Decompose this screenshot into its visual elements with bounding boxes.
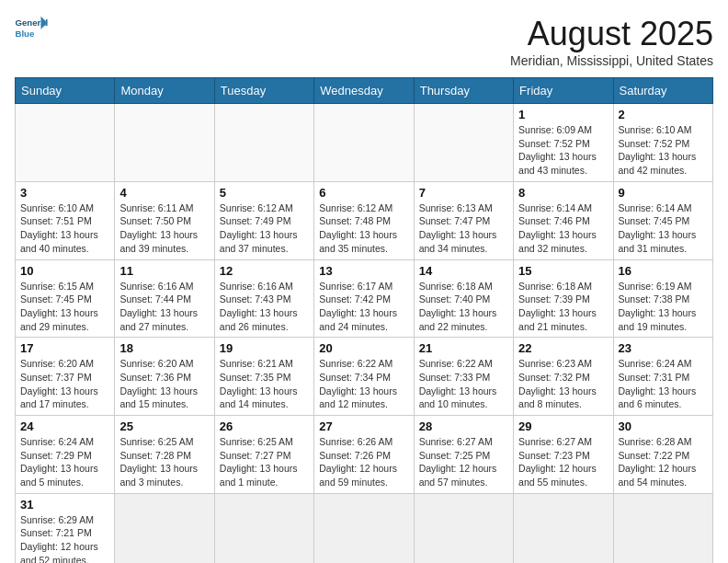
weekday-header-tuesday: Tuesday <box>214 78 313 104</box>
calendar-day-cell: 29Sunrise: 6:27 AM Sunset: 7:23 PM Dayli… <box>514 416 613 494</box>
calendar-day-cell: 23Sunrise: 6:24 AM Sunset: 7:31 PM Dayli… <box>613 338 712 416</box>
day-number: 11 <box>119 264 209 278</box>
day-number: 20 <box>319 341 408 355</box>
calendar-week-row: 1Sunrise: 6:09 AM Sunset: 7:52 PM Daylig… <box>16 104 713 182</box>
calendar-day-cell: 28Sunrise: 6:27 AM Sunset: 7:25 PM Dayli… <box>414 416 513 494</box>
day-number: 19 <box>220 341 309 355</box>
day-info: Sunrise: 6:18 AM Sunset: 7:40 PM Dayligh… <box>419 280 508 334</box>
day-info: Sunrise: 6:09 AM Sunset: 7:52 PM Dayligh… <box>518 123 608 178</box>
weekday-header-sunday: Sunday <box>16 78 115 104</box>
day-info: Sunrise: 6:24 AM Sunset: 7:31 PM Dayligh… <box>619 357 708 411</box>
calendar-day-cell: 4Sunrise: 6:11 AM Sunset: 7:50 PM Daylig… <box>115 181 214 259</box>
day-number: 2 <box>619 108 708 121</box>
location-subtitle: Meridian, Mississippi, United States <box>510 53 713 68</box>
day-number: 6 <box>319 186 408 200</box>
day-number: 1 <box>518 108 608 121</box>
calendar-day-cell: 11Sunrise: 6:16 AM Sunset: 7:44 PM Dayli… <box>115 259 214 338</box>
calendar-day-cell: 18Sunrise: 6:20 AM Sunset: 7:36 PM Dayli… <box>115 338 214 416</box>
day-info: Sunrise: 6:25 AM Sunset: 7:28 PM Dayligh… <box>119 435 209 489</box>
day-info: Sunrise: 6:10 AM Sunset: 7:51 PM Dayligh… <box>20 201 109 256</box>
day-info: Sunrise: 6:12 AM Sunset: 7:48 PM Dayligh… <box>319 201 408 256</box>
day-info: Sunrise: 6:13 AM Sunset: 7:47 PM Dayligh… <box>419 201 508 256</box>
calendar-day-cell: 16Sunrise: 6:19 AM Sunset: 7:38 PM Dayli… <box>613 259 712 338</box>
calendar-day-cell: 17Sunrise: 6:20 AM Sunset: 7:37 PM Dayli… <box>16 338 115 416</box>
day-number: 30 <box>619 419 708 433</box>
day-info: Sunrise: 6:27 AM Sunset: 7:23 PM Dayligh… <box>518 435 608 489</box>
calendar-week-row: 31Sunrise: 6:29 AM Sunset: 7:21 PM Dayli… <box>16 493 713 563</box>
calendar-week-row: 10Sunrise: 6:15 AM Sunset: 7:45 PM Dayli… <box>16 259 713 338</box>
day-number: 5 <box>220 186 309 200</box>
day-info: Sunrise: 6:15 AM Sunset: 7:45 PM Dayligh… <box>20 280 109 334</box>
calendar-day-cell: 3Sunrise: 6:10 AM Sunset: 7:51 PM Daylig… <box>16 181 115 259</box>
calendar-day-cell: 10Sunrise: 6:15 AM Sunset: 7:45 PM Dayli… <box>16 259 115 338</box>
calendar-day-cell: 9Sunrise: 6:14 AM Sunset: 7:45 PM Daylig… <box>613 181 712 259</box>
calendar-week-row: 24Sunrise: 6:24 AM Sunset: 7:29 PM Dayli… <box>16 416 713 494</box>
page-header: General Blue August 2025 Meridian, Missi… <box>15 15 713 68</box>
day-info: Sunrise: 6:22 AM Sunset: 7:34 PM Dayligh… <box>319 357 408 411</box>
calendar-day-cell: 21Sunrise: 6:22 AM Sunset: 7:33 PM Dayli… <box>414 338 513 416</box>
calendar-week-row: 17Sunrise: 6:20 AM Sunset: 7:37 PM Dayli… <box>16 338 713 416</box>
calendar-day-cell: 26Sunrise: 6:25 AM Sunset: 7:27 PM Dayli… <box>214 416 313 494</box>
weekday-header-friday: Friday <box>514 78 613 104</box>
day-number: 9 <box>619 186 708 200</box>
day-number: 13 <box>319 264 408 278</box>
svg-text:Blue: Blue <box>16 29 35 39</box>
day-number: 8 <box>518 186 608 200</box>
day-number: 23 <box>619 341 708 355</box>
calendar-day-cell: 15Sunrise: 6:18 AM Sunset: 7:39 PM Dayli… <box>514 259 613 338</box>
title-block: August 2025 Meridian, Mississippi, Unite… <box>510 15 713 68</box>
calendar-day-cell <box>613 493 712 563</box>
calendar-day-cell: 20Sunrise: 6:22 AM Sunset: 7:34 PM Dayli… <box>314 338 414 416</box>
weekday-header-saturday: Saturday <box>613 78 712 104</box>
day-info: Sunrise: 6:14 AM Sunset: 7:45 PM Dayligh… <box>619 201 708 256</box>
day-info: Sunrise: 6:24 AM Sunset: 7:29 PM Dayligh… <box>20 435 109 489</box>
day-info: Sunrise: 6:18 AM Sunset: 7:39 PM Dayligh… <box>518 280 608 334</box>
day-info: Sunrise: 6:26 AM Sunset: 7:26 PM Dayligh… <box>319 435 408 489</box>
calendar-day-cell <box>115 104 214 182</box>
day-number: 24 <box>20 419 109 433</box>
calendar-day-cell: 1Sunrise: 6:09 AM Sunset: 7:52 PM Daylig… <box>514 104 613 182</box>
day-number: 15 <box>518 264 608 278</box>
day-info: Sunrise: 6:28 AM Sunset: 7:22 PM Dayligh… <box>619 435 708 489</box>
calendar-day-cell: 8Sunrise: 6:14 AM Sunset: 7:46 PM Daylig… <box>514 181 613 259</box>
day-number: 18 <box>119 341 209 355</box>
calendar-day-cell: 14Sunrise: 6:18 AM Sunset: 7:40 PM Dayli… <box>414 259 513 338</box>
calendar-day-cell: 24Sunrise: 6:24 AM Sunset: 7:29 PM Dayli… <box>16 416 115 494</box>
day-info: Sunrise: 6:11 AM Sunset: 7:50 PM Dayligh… <box>119 201 209 256</box>
day-number: 21 <box>419 341 508 355</box>
day-info: Sunrise: 6:25 AM Sunset: 7:27 PM Dayligh… <box>220 435 309 489</box>
calendar-day-cell: 27Sunrise: 6:26 AM Sunset: 7:26 PM Dayli… <box>314 416 414 494</box>
calendar-day-cell: 7Sunrise: 6:13 AM Sunset: 7:47 PM Daylig… <box>414 181 513 259</box>
day-number: 10 <box>20 264 109 278</box>
calendar-day-cell: 19Sunrise: 6:21 AM Sunset: 7:35 PM Dayli… <box>214 338 313 416</box>
day-number: 3 <box>20 186 109 200</box>
calendar-day-cell: 5Sunrise: 6:12 AM Sunset: 7:49 PM Daylig… <box>214 181 313 259</box>
calendar-day-cell: 12Sunrise: 6:16 AM Sunset: 7:43 PM Dayli… <box>214 259 313 338</box>
weekday-header-thursday: Thursday <box>414 78 513 104</box>
weekday-header-row: SundayMondayTuesdayWednesdayThursdayFrid… <box>16 78 713 104</box>
calendar-day-cell: 25Sunrise: 6:25 AM Sunset: 7:28 PM Dayli… <box>115 416 214 494</box>
day-number: 25 <box>119 419 209 433</box>
calendar-day-cell: 22Sunrise: 6:23 AM Sunset: 7:32 PM Dayli… <box>514 338 613 416</box>
day-number: 28 <box>419 419 508 433</box>
day-info: Sunrise: 6:16 AM Sunset: 7:43 PM Dayligh… <box>220 280 309 334</box>
day-number: 27 <box>319 419 408 433</box>
day-info: Sunrise: 6:27 AM Sunset: 7:25 PM Dayligh… <box>419 435 508 489</box>
day-number: 29 <box>518 419 608 433</box>
day-info: Sunrise: 6:20 AM Sunset: 7:36 PM Dayligh… <box>119 357 209 411</box>
weekday-header-wednesday: Wednesday <box>314 78 414 104</box>
calendar-day-cell <box>214 104 313 182</box>
calendar-week-row: 3Sunrise: 6:10 AM Sunset: 7:51 PM Daylig… <box>16 181 713 259</box>
weekday-header-monday: Monday <box>115 78 214 104</box>
day-info: Sunrise: 6:14 AM Sunset: 7:46 PM Dayligh… <box>518 201 608 256</box>
day-number: 16 <box>619 264 708 278</box>
calendar-day-cell: 30Sunrise: 6:28 AM Sunset: 7:22 PM Dayli… <box>613 416 712 494</box>
day-info: Sunrise: 6:19 AM Sunset: 7:38 PM Dayligh… <box>619 280 708 334</box>
calendar-day-cell <box>115 493 214 563</box>
day-info: Sunrise: 6:29 AM Sunset: 7:21 PM Dayligh… <box>20 513 109 563</box>
calendar-day-cell <box>414 104 513 182</box>
calendar-day-cell <box>414 493 513 563</box>
day-info: Sunrise: 6:17 AM Sunset: 7:42 PM Dayligh… <box>319 280 408 334</box>
calendar-day-cell: 13Sunrise: 6:17 AM Sunset: 7:42 PM Dayli… <box>314 259 414 338</box>
day-info: Sunrise: 6:23 AM Sunset: 7:32 PM Dayligh… <box>518 357 608 411</box>
